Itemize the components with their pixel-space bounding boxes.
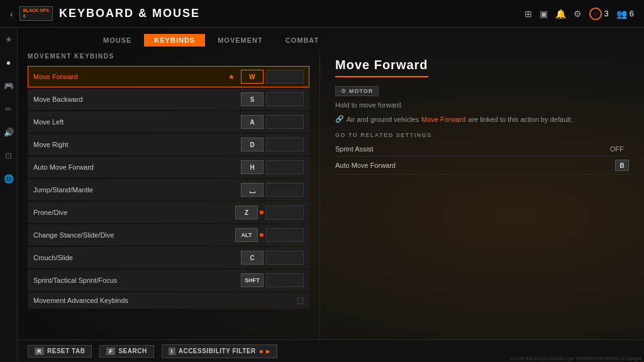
keybind-row-move-forward[interactable]: Move Forward ★ W	[28, 66, 309, 87]
keybind-row-move-left[interactable]: Move Left A	[28, 111, 309, 133]
key-primary[interactable]: ALT	[235, 228, 258, 242]
player-count: ○ 3	[589, 8, 609, 20]
keybind-row-change-stance[interactable]: Change Stance/Slide/Dive ALT	[28, 224, 309, 246]
main-content: MOUSE KEYBINDS MOVEMENT COMBAT MOVEMENT …	[18, 28, 644, 362]
tab-movement[interactable]: MOVEMENT	[208, 34, 273, 47]
tab-combat[interactable]: COMBAT	[275, 34, 329, 47]
sidebar-icon-gamepad[interactable]: 🎮	[2, 79, 16, 92]
sidebar-icon-edit[interactable]: ✏	[3, 102, 14, 116]
keybind-row-advanced[interactable]: Movement Advanced Keybinds ⬚	[28, 292, 309, 309]
keybind-row-crouch[interactable]: Crouch/Slide C	[28, 247, 309, 268]
screen-icon[interactable]: ▣	[540, 9, 548, 19]
filter-button[interactable]: I ACCESSIBILITY FILTER ● ▸	[162, 344, 277, 358]
keybind-row-auto-move-forward[interactable]: Auto Move Forward H	[28, 156, 309, 178]
red-dot	[260, 233, 264, 237]
key-secondary[interactable]	[266, 273, 304, 287]
page-title: KEYBOARD & MOUSE	[59, 7, 200, 20]
back-button[interactable]: ‹	[10, 9, 13, 19]
keybind-row-sprint[interactable]: Sprint/Tactical Sprint/Focus SHFT	[28, 270, 309, 291]
related-key: B	[615, 160, 629, 171]
keybind-name: Movement Advanced Keybinds	[33, 297, 297, 304]
dots-indicator: ● ▸	[259, 347, 270, 356]
keybind-row-move-backward[interactable]: Move Backward S	[28, 89, 309, 110]
key-primary[interactable]: H	[241, 160, 264, 174]
key-secondary[interactable]	[266, 160, 304, 174]
related-row-auto-move[interactable]: Auto Move Forward B	[335, 156, 629, 175]
top-bar-left: ‹ BLACK OPS 6 KEYBOARD & MOUSE	[10, 6, 200, 21]
version-text: 11.2.00 B04.4.4 [24-210235-1] al Tb/3909…	[509, 356, 641, 361]
reset-key: R	[35, 348, 44, 355]
player-icon: ○	[589, 8, 602, 20]
settings-icon[interactable]: ⚙	[574, 9, 582, 19]
related-name: Sprint Assist	[335, 145, 610, 153]
link-icon: 🔗	[335, 115, 344, 123]
tab-keybinds[interactable]: KEYBINDS	[144, 34, 205, 47]
key-secondary[interactable]	[266, 206, 304, 219]
detail-description: Hold to move forward.	[335, 101, 629, 109]
key-secondary[interactable]	[266, 70, 304, 84]
keybind-row-prone[interactable]: Prone/Dive Z	[28, 202, 309, 223]
sidebar-icon-star[interactable]: ★	[3, 33, 14, 46]
keybind-name: Prone/Dive	[33, 209, 233, 216]
related-row-sprint-assist[interactable]: Sprint Assist OFF	[335, 142, 629, 156]
game-badge: BLACK OPS 6	[19, 6, 53, 21]
grid-icon[interactable]: ⊞	[525, 9, 532, 19]
reset-label: RESET TAB	[47, 348, 85, 354]
section-title: MOVEMENT KEYBINDS	[28, 53, 309, 62]
link-text-before: Air and ground vehicles	[347, 116, 419, 123]
key-primary[interactable]: D	[241, 138, 264, 151]
sidebar-icon-grid[interactable]: ⊡	[3, 149, 14, 162]
search-button[interactable]: F SEARCH	[99, 345, 153, 358]
filter-label: ACCESSIBILITY FILTER	[179, 348, 256, 354]
sidebar-icon-audio[interactable]: 🔊	[2, 126, 16, 139]
red-dot	[260, 211, 264, 214]
search-key: F	[106, 348, 115, 355]
key-primary[interactable]: W	[241, 70, 264, 84]
key-secondary[interactable]	[266, 115, 304, 129]
launch-icon[interactable]: ⬚	[297, 296, 304, 305]
related-title: GO TO RELATED SETTINGS	[335, 132, 629, 138]
reset-tab-button[interactable]: R RESET TAB	[28, 345, 92, 358]
sidebar-left: ★ ● 🎮 ✏ 🔊 ⊡ 🌐	[0, 28, 18, 362]
key-secondary[interactable]	[266, 251, 304, 265]
sidebar-icon-dot[interactable]: ●	[4, 56, 13, 69]
tab-mouse[interactable]: MOUSE	[93, 34, 142, 47]
sidebar-icon-globe[interactable]: 🌐	[2, 172, 16, 185]
keybind-name: Crouch/Slide	[33, 254, 238, 261]
group-icon: 👥	[616, 9, 627, 19]
key-secondary[interactable]	[266, 138, 304, 151]
content-area: MOVEMENT KEYBINDS Move Forward ★ W Move …	[18, 53, 644, 362]
keybind-name: Move Backward	[33, 96, 238, 103]
motor-icon: ⚙	[341, 88, 347, 94]
key-primary[interactable]: SHFT	[241, 273, 264, 287]
search-label: SEARCH	[118, 348, 147, 354]
filter-key: I	[169, 348, 175, 355]
key-secondary[interactable]	[266, 183, 304, 197]
key-primary[interactable]: A	[241, 115, 264, 129]
link-text-orange[interactable]: Move Forward	[421, 116, 465, 123]
key-secondary[interactable]	[266, 228, 304, 242]
key-primary[interactable]: ⎵	[241, 183, 264, 197]
bell-icon[interactable]: 🔔	[555, 9, 566, 19]
keybind-row-jump[interactable]: Jump/Stand/Mantle ⎵	[28, 179, 309, 200]
detail-title: Move Forward	[335, 58, 428, 77]
game-logo: BLACK OPS 6	[19, 6, 53, 21]
key-secondary[interactable]	[266, 92, 304, 106]
group-count: 👥 6	[616, 9, 634, 19]
key-primary[interactable]: S	[241, 92, 264, 106]
top-bar: ‹ BLACK OPS 6 KEYBOARD & MOUSE ⊞ ▣ 🔔 ⚙ ○…	[0, 0, 644, 28]
detail-panel: Move Forward ⚙ MOTOR Hold to move forwar…	[319, 53, 644, 362]
top-bar-right: ⊞ ▣ 🔔 ⚙ ○ 3 👥 6	[525, 8, 634, 20]
keybind-name: Sprint/Tactical Sprint/Focus	[33, 277, 238, 284]
keybinds-panel: MOVEMENT KEYBINDS Move Forward ★ W Move …	[18, 53, 319, 362]
key-primary[interactable]: C	[241, 251, 264, 265]
keybind-row-move-right[interactable]: Move Right D	[28, 134, 309, 155]
related-name: Auto Move Forward	[335, 162, 615, 169]
star-icon[interactable]: ★	[228, 73, 235, 81]
tab-bar: MOUSE KEYBINDS MOVEMENT COMBAT	[18, 28, 644, 53]
detail-badge: ⚙ MOTOR	[335, 86, 379, 96]
keybind-name: Change Stance/Slide/Dive	[33, 231, 233, 239]
keybind-name: Move Right	[33, 141, 238, 148]
key-primary[interactable]: Z	[235, 206, 258, 219]
keybind-name: Jump/Stand/Mantle	[33, 186, 238, 194]
